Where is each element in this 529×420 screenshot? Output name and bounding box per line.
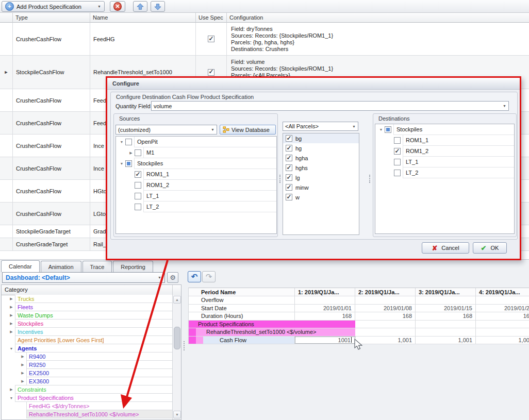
category-header-label[interactable]: Category <box>2 285 173 295</box>
checkbox-checked[interactable]: ✓ <box>135 171 141 178</box>
tab-reporting[interactable]: Reporting <box>113 261 153 272</box>
category-tree-item[interactable]: ▶Fleets <box>2 303 173 311</box>
scrollbar-thumb[interactable] <box>174 327 180 349</box>
data-cell[interactable] <box>295 296 355 304</box>
period-column-header[interactable]: 2: 2019/Q1/Ja... <box>355 288 416 296</box>
data-cell[interactable] <box>355 321 416 328</box>
move-down-button[interactable] <box>151 1 165 12</box>
period-column-header[interactable]: 1: 2019/Q1/Ja... <box>295 288 355 296</box>
data-cell[interactable]: 1,001 <box>476 337 529 344</box>
sources-filter-combo[interactable]: (customized) ▼ <box>115 125 217 135</box>
redo-button[interactable]: ↷ <box>202 271 216 282</box>
dashboard-selector[interactable]: Dashboard: <Default> ▼ <box>2 272 165 283</box>
checkbox-partial[interactable] <box>125 160 132 167</box>
expander-right-icon[interactable]: ▶ <box>19 379 26 383</box>
data-cell[interactable] <box>355 328 416 336</box>
data-cell[interactable]: 168 <box>476 312 529 320</box>
checkbox-checked[interactable]: ✓ <box>286 135 292 142</box>
checkbox-unchecked[interactable] <box>135 204 141 210</box>
expander-right-icon[interactable]: ▶ <box>19 371 26 375</box>
sources-parcels-splitter[interactable] <box>278 123 282 234</box>
sources-tree-item[interactable]: LT_1 <box>116 191 276 201</box>
checkbox-checked[interactable]: ✓ <box>286 145 292 152</box>
destinations-tree-item[interactable]: ▼Stockpiles <box>375 124 514 135</box>
checkbox-unchecked[interactable] <box>135 149 141 156</box>
column-header-configuration[interactable]: Configuration <box>227 13 529 23</box>
expander-down-icon[interactable]: ▼ <box>118 162 125 165</box>
dashboard-settings-button[interactable]: ⚙ <box>167 272 178 283</box>
cell-type[interactable]: CrusherCashFlow <box>13 89 90 111</box>
undo-button[interactable]: ↶ <box>188 271 201 282</box>
sources-tree-item[interactable]: ▼OpenPit <box>116 137 276 147</box>
expander-right-icon[interactable]: ▶ <box>8 305 15 309</box>
tab-animation[interactable]: Animation <box>41 261 81 272</box>
period-column-header[interactable]: 3: 2019/Q1/Ja... <box>416 288 476 296</box>
data-cell[interactable]: 2019/01/08 <box>355 305 416 312</box>
data-cell[interactable]: 168 <box>295 312 355 320</box>
checkbox-checked[interactable]: ✓ <box>286 155 292 161</box>
parcel-item[interactable]: ✓hg <box>283 143 359 153</box>
ok-button[interactable]: ✔ OK <box>473 242 507 254</box>
expander-down-icon[interactable]: ▼ <box>118 140 125 144</box>
tab-calendar[interactable]: Calendar <box>1 260 40 272</box>
expander-down-icon[interactable]: ▼ <box>8 396 15 400</box>
cell-type[interactable]: StockpileCashFlow <box>13 56 90 89</box>
parcels-filter-combo[interactable]: <All Parcels> ▼ <box>283 122 358 131</box>
column-header-type[interactable]: Type <box>13 13 90 23</box>
parcel-item[interactable]: ✓hghs <box>283 163 359 173</box>
data-cell[interactable]: 2019/01/22 <box>476 305 529 312</box>
expander-right-icon[interactable]: ▶ <box>8 388 15 392</box>
category-tree-item[interactable]: ▶Incentives <box>2 328 173 336</box>
destinations-tree-item[interactable]: ✓ROM1_2 <box>375 146 514 157</box>
cell-type[interactable]: CrusherCashFlow <box>13 157 90 179</box>
data-cell[interactable]: 168 <box>355 312 416 320</box>
sources-tree-item[interactable]: ▼Stockpiles <box>116 158 276 169</box>
category-tree-item[interactable]: ▼Agents <box>2 344 173 352</box>
checkbox-unchecked[interactable] <box>394 170 401 176</box>
data-cell[interactable]: 1,001 <box>416 337 476 344</box>
checkbox-checked[interactable]: ✓ <box>286 164 292 171</box>
parcel-item[interactable]: ✓w <box>283 192 359 202</box>
cell-type[interactable]: CrusherCashFlow <box>13 112 90 134</box>
checkbox-partial[interactable] <box>385 126 391 133</box>
parcel-item[interactable]: ✓lg <box>283 173 359 182</box>
cell-type[interactable]: CrusherCashFlow <box>13 203 90 225</box>
category-tree-item[interactable]: ▶Constraints <box>2 385 173 394</box>
expander-right-icon[interactable]: ▶ <box>8 313 15 317</box>
expander-right-icon[interactable]: ▶ <box>8 330 15 334</box>
category-tree-item[interactable]: ▶Stockpiles <box>2 320 173 328</box>
cell-type[interactable]: CrusherCashFlow <box>13 180 90 202</box>
period-column-header[interactable]: 4: 2019/Q1/Ja... <box>476 288 529 296</box>
cell-type[interactable]: CrusherCashFlow <box>13 135 90 157</box>
cash-flow-edit-cell[interactable]: 1001 <box>295 337 355 344</box>
data-cell[interactable]: 168 <box>416 312 476 320</box>
dialog-titlebar[interactable]: Configure <box>107 78 520 90</box>
expander-right-icon[interactable]: ▶ <box>127 151 135 155</box>
parcel-item[interactable]: ✓bg <box>283 133 359 143</box>
expander-down-icon[interactable]: ▼ <box>377 128 385 131</box>
data-cell[interactable] <box>476 321 529 328</box>
data-cell[interactable] <box>476 328 529 336</box>
data-cell[interactable]: 2019/01/15 <box>416 305 476 312</box>
sources-tree-item[interactable]: ▶M1 <box>116 147 276 158</box>
parcels-destinations-splitter[interactable] <box>368 123 371 234</box>
data-cell[interactable] <box>476 296 529 304</box>
panel-splitter[interactable] <box>181 272 187 420</box>
expander-down-icon[interactable]: ▼ <box>8 347 15 350</box>
category-tree-item[interactable]: ▶R9400 <box>2 352 173 361</box>
category-tree-item[interactable]: ▼Product Specifications <box>2 394 173 402</box>
data-cell[interactable]: 2019/01/01 <box>295 305 355 312</box>
table-row[interactable]: CrusherCashFlowFeedHG✓Field: dryTonnesSo… <box>0 23 529 56</box>
sources-tree-item[interactable]: ✓ROM1_1 <box>116 169 276 180</box>
category-tree-item[interactable]: ▶Trucks <box>2 295 173 303</box>
add-product-specification-button[interactable]: + Add Product Specification ▼ <box>2 1 105 12</box>
data-cell[interactable] <box>416 328 476 336</box>
period-name-header[interactable]: Period Name <box>189 288 295 296</box>
cell-name[interactable]: FeedHG <box>90 23 196 55</box>
tab-trace[interactable]: Trace <box>82 261 112 272</box>
checkbox-checked[interactable]: ✓ <box>286 184 292 191</box>
view-database-button[interactable]: View Database <box>220 125 276 135</box>
category-scrollbar[interactable]: ▲ ▼ <box>172 295 181 419</box>
destinations-tree-item[interactable]: ROM1_1 <box>375 135 514 146</box>
category-tree-item[interactable]: FeedHG <$/dryTonnes> <box>2 402 173 410</box>
